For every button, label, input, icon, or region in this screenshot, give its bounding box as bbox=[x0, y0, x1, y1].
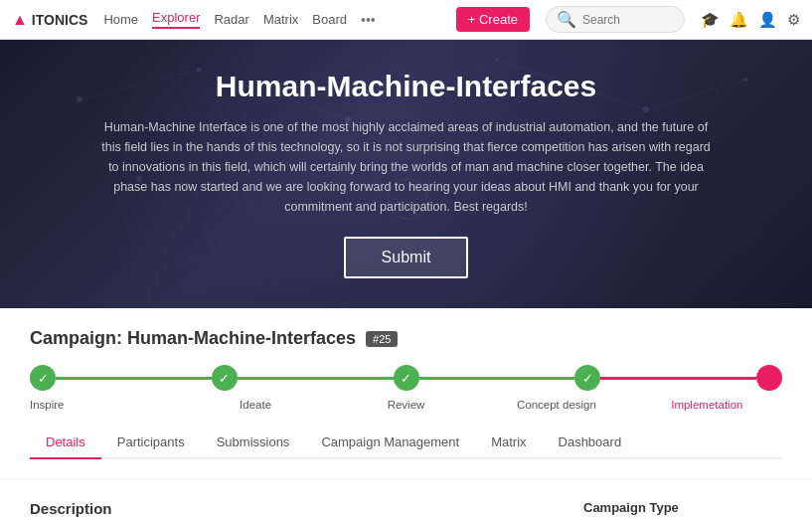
step-dot-implementation bbox=[756, 365, 782, 391]
graduation-cap-icon[interactable]: 🎓 bbox=[701, 11, 720, 29]
connector-4 bbox=[600, 377, 756, 380]
tab-submissions[interactable]: Submissions bbox=[201, 427, 306, 459]
description-section: Description The user interface is also c… bbox=[30, 500, 554, 518]
tab-participants[interactable]: Participants bbox=[101, 427, 201, 459]
progress-bar: ✓ ✓ ✓ ✓ bbox=[30, 365, 782, 391]
nav-more[interactable]: ••• bbox=[361, 12, 376, 28]
campaign-badge: #25 bbox=[366, 331, 398, 347]
step-dot-ideate: ✓ bbox=[212, 365, 238, 391]
settings-icon[interactable]: ⚙ bbox=[787, 11, 800, 29]
navbar: ▲ ITONICS Home Explorer Radar Matrix Boa… bbox=[0, 0, 812, 40]
search-input[interactable] bbox=[582, 13, 674, 27]
connector-2 bbox=[238, 377, 394, 380]
app-logo[interactable]: ▲ ITONICS bbox=[12, 11, 87, 29]
avatar-icon[interactable]: 👤 bbox=[758, 11, 777, 29]
nav-icons: 🎓 🔔 👤 ⚙ bbox=[701, 11, 800, 29]
svg-point-5 bbox=[743, 78, 747, 82]
campaign-header: Campaign: Human-Machine-Interfaces #25 bbox=[30, 328, 782, 349]
step-label-concept: Concept design bbox=[481, 399, 631, 411]
tab-campaign-management[interactable]: Campaign Management bbox=[305, 427, 475, 459]
nav-radar[interactable]: Radar bbox=[214, 12, 248, 27]
tab-matrix[interactable]: Matrix bbox=[475, 427, 542, 459]
svg-point-1 bbox=[197, 68, 201, 72]
campaign-type-label: Campaign Type bbox=[583, 500, 782, 515]
nav-matrix[interactable]: Matrix bbox=[263, 12, 298, 27]
nav-explorer[interactable]: Explorer bbox=[152, 10, 200, 29]
bell-icon[interactable]: 🔔 bbox=[730, 11, 748, 29]
svg-line-13 bbox=[646, 80, 745, 109]
connector-3 bbox=[419, 377, 575, 380]
hero-title: Human-Machine-Interfaces bbox=[216, 70, 596, 103]
svg-line-9 bbox=[80, 70, 199, 99]
campaign-tabs: Details Participants Submissions Campaig… bbox=[30, 427, 782, 459]
connector-1 bbox=[56, 377, 212, 380]
app-name: ITONICS bbox=[32, 12, 88, 28]
main-content: Description The user interface is also c… bbox=[0, 480, 812, 518]
submit-button[interactable]: Submit bbox=[344, 237, 469, 278]
search-icon: 🔍 bbox=[557, 10, 576, 29]
hero-description: Human-Machine Interface is one of the mo… bbox=[98, 117, 715, 217]
step-label-inspire: Inspire bbox=[30, 399, 180, 411]
nav-home[interactable]: Home bbox=[103, 12, 138, 27]
step-dot-concept: ✓ bbox=[574, 365, 600, 391]
step-labels: Inspire Ideate Review Concept design Imp… bbox=[30, 399, 782, 411]
svg-point-3 bbox=[495, 58, 499, 62]
tab-dashboard[interactable]: Dashboard bbox=[543, 427, 638, 459]
campaign-title: Campaign: Human-Machine-Interfaces bbox=[30, 328, 356, 349]
step-label-implementation: Implemetation bbox=[632, 399, 782, 411]
search-bar[interactable]: 🔍 bbox=[546, 6, 685, 33]
nav-board[interactable]: Board bbox=[312, 12, 347, 27]
step-label-review: Review bbox=[331, 399, 481, 411]
hero-section: Human-Machine-Interfaces Human-Machine I… bbox=[0, 40, 812, 308]
svg-point-4 bbox=[643, 106, 649, 112]
campaign-info-sidebar: Campaign Type Time-bound Campaign Catego… bbox=[583, 500, 782, 518]
nav-links: Home Explorer Radar Matrix Board ••• bbox=[103, 10, 375, 29]
step-dot-review: ✓ bbox=[394, 365, 419, 391]
svg-point-0 bbox=[77, 96, 82, 102]
tab-details[interactable]: Details bbox=[30, 427, 101, 459]
campaign-section: Campaign: Human-Machine-Interfaces #25 ✓… bbox=[0, 308, 812, 480]
logo-icon: ▲ bbox=[12, 11, 28, 29]
step-dot-inspire: ✓ bbox=[30, 365, 56, 391]
step-label-ideate: Ideate bbox=[180, 399, 330, 411]
create-button[interactable]: + Create bbox=[456, 7, 530, 32]
description-heading: Description bbox=[30, 500, 554, 517]
